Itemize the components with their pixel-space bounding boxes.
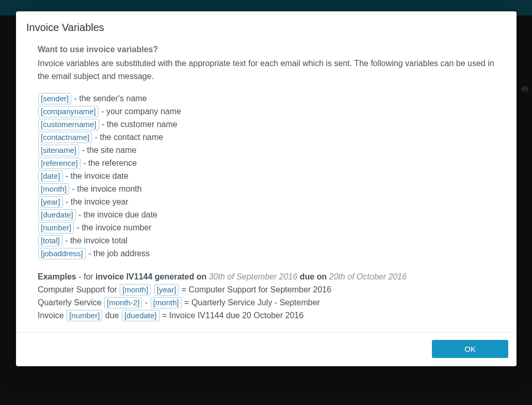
token-sender: sender: [38, 93, 71, 104]
examples-generated-label: generated on: [152, 272, 208, 281]
lead-question: Want to use invoice variables?: [38, 43, 495, 56]
variable-line-sender: sender - the sender's name: [38, 92, 495, 105]
examples-header-pre: - for: [76, 272, 95, 281]
modal-header: Invoice Variables: [16, 11, 517, 37]
variable-desc: - the reference: [81, 159, 137, 167]
examples-header-line: Examples - for invoice IV1144 generated …: [38, 270, 495, 283]
variable-line-total: total - the invoice total: [38, 234, 495, 247]
examples-invoice-number: IV1144: [126, 272, 153, 281]
ex2-result: = Quarterly Service July - September: [182, 298, 320, 307]
token-number: number: [67, 310, 102, 321]
variable-desc: - the sender's name: [72, 94, 147, 103]
examples-due-label: due on: [297, 272, 329, 281]
token-customername: customername: [38, 119, 99, 130]
variable-line-number: number - the invoice number: [38, 221, 495, 234]
ex1-result: = Computer Support for September 2016: [179, 285, 331, 294]
variable-desc: - the invoice total: [63, 236, 127, 245]
variable-list: sender - the sender's namecompanyname - …: [38, 92, 495, 260]
modal-title: Invoice Variables: [26, 22, 506, 34]
ex3-result: = Invoice IV1144 due 20 October 2016: [160, 311, 304, 320]
token-year: year: [38, 196, 63, 208]
variable-line-duedate: duedate - the invoice due date: [38, 208, 495, 221]
examples-due-date: 20th of October 2016: [329, 272, 407, 281]
examples-generated-date: 30th of September 2016: [209, 272, 298, 281]
token-duedate: duedate: [122, 310, 159, 321]
token-reference: reference: [38, 158, 80, 169]
ex2-prefix: Quarterly Service: [38, 298, 104, 307]
example-line-3: Invoice number due duedate = Invoice IV1…: [38, 309, 495, 322]
ex1-prefix: Computer Support for: [38, 285, 119, 294]
variable-desc: - the customer name: [100, 120, 178, 129]
token-month: month: [38, 183, 69, 195]
ex3-prefix: Invoice: [38, 311, 66, 320]
ex3-mid: due: [103, 311, 121, 320]
variable-line-jobaddress: jobaddress - the job address: [38, 247, 495, 260]
variable-desc: - the invoice due date: [76, 210, 157, 219]
variable-desc: - the job address: [86, 249, 150, 258]
variable-line-month: month - the invoice month: [38, 182, 495, 195]
token-number: number: [38, 222, 74, 233]
token-jobaddress: jobaddress: [38, 248, 86, 259]
token-contactname: contactname: [38, 132, 92, 143]
variable-desc: - the invoice year: [63, 197, 128, 206]
variable-line-reference: reference - the reference: [38, 157, 495, 169]
variable-line-companyname: companyname - your company name: [38, 105, 495, 118]
token-companyname: companyname: [38, 106, 99, 117]
token-month-minus-2: month-2: [104, 297, 142, 308]
variable-line-date: date - the invoice date: [38, 169, 495, 182]
variable-desc: - the invoice date: [63, 172, 128, 180]
invoice-variables-modal: Invoice Variables Want to use invoice va…: [16, 11, 517, 366]
variable-line-customername: customername - the customer name: [38, 118, 495, 131]
variable-desc: - the site name: [79, 146, 136, 154]
token-total: total: [38, 235, 62, 246]
example-line-1: Computer Support for month year = Comput…: [38, 283, 495, 296]
token-date: date: [38, 170, 63, 182]
ok-button[interactable]: OK: [432, 340, 508, 358]
example-line-2: Quarterly Service month-2 - month = Quar…: [38, 296, 495, 309]
variable-desc: - the invoice number: [74, 223, 151, 232]
token-year: year: [154, 284, 179, 295]
token-month: month: [151, 297, 182, 308]
examples-block: Examples - for invoice IV1144 generated …: [38, 270, 495, 322]
ex2-sep: -: [142, 298, 150, 307]
examples-invoice-prefix: invoice: [95, 272, 126, 281]
modal-body: Want to use invoice variables? Invoice v…: [16, 37, 517, 332]
variable-desc: - the contact name: [92, 133, 163, 142]
variable-line-sitename: sitename - the site name: [38, 144, 495, 157]
variable-desc: - your company name: [99, 107, 181, 116]
variable-line-year: year - the invoice year: [38, 195, 495, 208]
token-month: month: [120, 284, 151, 295]
token-sitename: sitename: [38, 145, 79, 156]
examples-label: Examples: [38, 272, 76, 281]
variable-line-contactname: contactname - the contact name: [38, 131, 495, 144]
intro-text: Invoice variables are substituted with t…: [38, 57, 495, 83]
variable-desc: - the invoice month: [70, 184, 142, 193]
modal-footer: OK: [16, 332, 517, 366]
token-duedate: duedate: [38, 209, 76, 221]
